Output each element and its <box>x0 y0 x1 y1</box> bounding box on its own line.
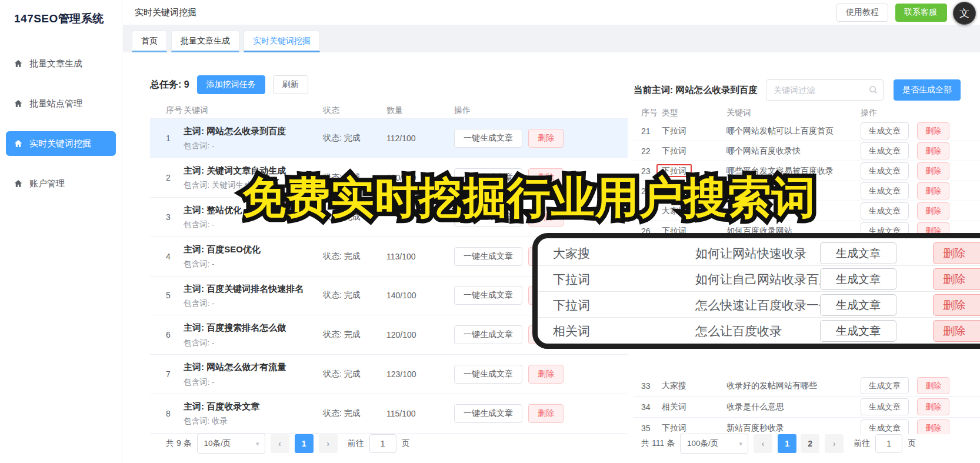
delete-button[interactable]: 删除 <box>528 404 564 423</box>
page-number-button[interactable]: 1 <box>778 434 796 453</box>
generate-article-button[interactable]: 生成文章 <box>861 202 909 219</box>
keyword-filter-input[interactable] <box>766 79 884 101</box>
task-row[interactable]: 7 主词: 网站怎么做才有流量 包含词: - 状态: 完成 123/100 一键… <box>150 355 628 394</box>
tab-label: 实时关键词挖掘 <box>253 36 311 46</box>
generate-article-button[interactable]: 生成文章 <box>861 222 909 234</box>
page-number-button[interactable]: 2 <box>801 434 819 453</box>
task-row[interactable]: 1 主词: 网站怎么收录到百度 包含词: - 状态: 完成 112/100 一键… <box>150 119 628 158</box>
keyword-row-index: 24 <box>641 186 662 196</box>
next-page-button[interactable]: › <box>825 434 844 453</box>
generate-article-button[interactable]: 生成文章 <box>820 294 896 316</box>
keyword-row[interactable]: 22 下拉词 哪个网站百度收录快 生成文章 删除 <box>634 141 980 161</box>
keyword-row-index: 35 <box>641 424 662 433</box>
delete-button[interactable]: 删除 <box>917 182 949 199</box>
magnified-keyword-row[interactable]: 下拉词 怎么快速让百度收录一个新站 生成文章 删除 <box>538 292 980 318</box>
generate-article-button[interactable]: 生成文章 <box>820 268 896 290</box>
one-key-generate-button[interactable]: 一键生成文章 <box>454 404 522 423</box>
tab[interactable]: 批量文章生成 × <box>171 31 239 52</box>
generate-article-button[interactable]: 生成文章 <box>861 182 909 199</box>
task-row[interactable]: 8 主词: 百度收录文章 包含词: 收录 状态: 完成 115/100 一键生成… <box>150 394 628 434</box>
delete-button[interactable]: 删除 <box>528 208 564 226</box>
sidebar-item[interactable]: 账户管理 ∨ <box>6 171 116 196</box>
sidebar-item[interactable]: 实时关键词挖掘 ∨ <box>6 131 116 156</box>
delete-button[interactable]: 删除 <box>933 320 980 342</box>
delete-button[interactable]: 删除 <box>917 377 949 394</box>
translate-icon[interactable]: 文 <box>953 2 976 25</box>
keyword-row[interactable]: 34 相关词 收录是什么意思 生成文章 删除 <box>634 397 980 418</box>
generate-article-button[interactable]: 生成文章 <box>861 142 909 159</box>
col-index: 序号 <box>166 105 184 116</box>
keyword-row[interactable]: 25 大家搜 生成文章 删除 <box>634 201 980 221</box>
one-key-generate-button[interactable]: 一键生成文章 <box>454 286 522 305</box>
keyword-row[interactable]: 35 下拉词 新站百度秒收录 生成文章 删除 <box>634 418 980 434</box>
refresh-button[interactable]: 刷新 <box>273 75 308 94</box>
keyword-type-text: 大家搜 <box>662 381 686 390</box>
goto-page-input[interactable] <box>369 434 396 453</box>
generate-article-button[interactable]: 生成文章 <box>820 242 896 264</box>
keyword-row[interactable]: 24 下拉词 如何 生成文章 删除 <box>634 181 980 201</box>
delete-button[interactable]: 删除 <box>917 162 949 179</box>
one-key-generate-button[interactable]: 一键生成文章 <box>454 325 522 344</box>
one-key-generate-button[interactable]: 一键生成文章 <box>454 129 522 148</box>
sidebar-item[interactable]: 批量站点管理 ∨ <box>6 91 116 116</box>
one-key-generate-button[interactable]: 一键生成文章 <box>454 365 522 384</box>
keyword-text: 收录好的发帖网站有哪些 <box>726 381 861 391</box>
add-task-button[interactable]: 添加挖词任务 <box>197 75 265 94</box>
magnified-keyword-row[interactable]: 大家搜 如何让网站快速收录 生成文章 删除 <box>538 240 980 266</box>
keyword-row[interactable]: 26 下拉词 如何百度收录网站 生成文章 删除 <box>634 221 980 234</box>
keyword-row-index: 34 <box>641 402 662 412</box>
delete-button[interactable]: 删除 <box>917 202 949 219</box>
keyword-row[interactable]: 23 下拉词 哪些平台发文容易被百度收录 生成文章 删除 <box>634 161 980 181</box>
delete-button[interactable]: 删除 <box>528 168 564 187</box>
goto-page-input[interactable] <box>875 434 902 453</box>
prev-page-button[interactable]: ‹ <box>754 434 772 453</box>
generate-article-button[interactable]: 生成文章 <box>861 398 909 415</box>
delete-button[interactable]: 删除 <box>933 268 980 290</box>
magnified-keyword-row[interactable]: 下拉词 如何让自己网站收录百度 生成文章 删除 <box>538 266 980 292</box>
contact-support-button[interactable]: 联系客服 <box>895 4 947 22</box>
task-row[interactable]: 3 主词: 整站优化 包含词: - 状态: 完成 一键生成文章 删除 <box>150 198 628 237</box>
sidebar-item[interactable]: 批量文章生成 ∨ <box>6 51 116 76</box>
generate-article-button[interactable]: 生成文章 <box>861 162 909 179</box>
delete-button[interactable]: 删除 <box>917 222 949 234</box>
next-page-button[interactable]: › <box>319 434 338 453</box>
task-main-word: 主词: 整站优化 <box>184 202 317 218</box>
keyword-row[interactable]: 33 大家搜 收录好的发帖网站有哪些 生成文章 删除 <box>634 375 980 397</box>
keyword-row-index: 21 <box>641 126 662 136</box>
delete-button[interactable]: 删除 <box>933 294 980 316</box>
one-key-generate-button[interactable]: 一键生成文章 <box>454 168 522 187</box>
generate-article-button[interactable]: 生成文章 <box>861 419 909 434</box>
page-number-button[interactable]: 1 <box>295 434 314 453</box>
generate-article-button[interactable]: 生成文章 <box>820 320 896 342</box>
generate-article-button[interactable]: 生成文章 <box>861 122 909 139</box>
delete-button[interactable]: 删除 <box>933 242 980 264</box>
generate-article-button[interactable]: 生成文章 <box>861 377 909 394</box>
keyword-actions: 生成文章 删除 <box>861 162 980 179</box>
delete-button[interactable]: 删除 <box>917 142 949 159</box>
magnified-keyword-row[interactable]: 相关词 怎么让百度收录 生成文章 删除 <box>538 318 980 344</box>
keyword-row[interactable]: 21 下拉词 哪个网站发帖可以上百度首页 生成文章 删除 <box>634 121 980 141</box>
task-row-index: 6 <box>166 330 184 339</box>
one-key-generate-button[interactable]: 一键生成文章 <box>454 247 522 266</box>
task-actions: 一键生成文章 删除 <box>454 365 628 384</box>
page-size-select[interactable]: 100条/页 ▾ <box>680 434 748 454</box>
delete-button[interactable]: 删除 <box>917 419 949 434</box>
tab[interactable]: 实时关键词挖掘 × <box>244 31 320 52</box>
keyword-text: 如何让自己网站收录百度 <box>695 271 831 288</box>
task-keyword-cell: 主词: 整站优化 包含词: - <box>184 202 323 232</box>
generate-all-button[interactable]: 是否生成全部 <box>894 79 961 101</box>
task-row[interactable]: 2 主词: 关键词文章自动生成 包含词: 关键词生成 状态: 完成 100/10… <box>150 158 628 198</box>
help-tutorial-button[interactable]: 使用教程 <box>836 4 888 22</box>
keyword-type: 下拉词 <box>553 271 590 288</box>
task-actions: 一键生成文章 删除 <box>454 129 628 148</box>
prev-page-button[interactable]: ‹ <box>271 434 289 453</box>
delete-button[interactable]: 删除 <box>528 129 564 148</box>
task-count: 123/100 <box>386 369 454 379</box>
page-size-select[interactable]: 10条/页 ▾ <box>197 434 265 454</box>
delete-button[interactable]: 删除 <box>528 365 564 384</box>
tab[interactable]: 首页 × <box>132 31 167 52</box>
keyword-type-text: 下拉词 <box>662 146 686 155</box>
one-key-generate-button[interactable]: 一键生成文章 <box>454 208 522 226</box>
delete-button[interactable]: 删除 <box>917 122 949 139</box>
delete-button[interactable]: 删除 <box>917 398 949 415</box>
